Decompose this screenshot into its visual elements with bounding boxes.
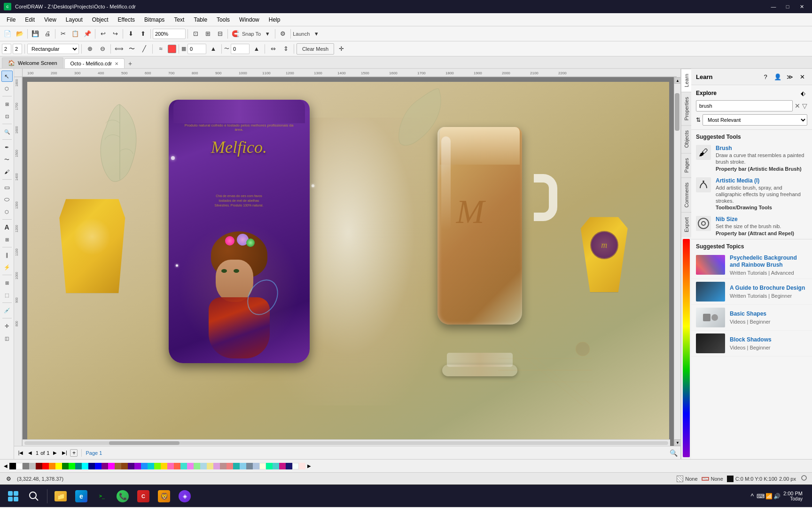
- snap-button[interactable]: 🧲: [230, 28, 241, 40]
- shadow-tool[interactable]: ◫: [1, 333, 13, 344]
- pointer-tool[interactable]: ↖: [1, 71, 13, 82]
- color-swatch-skyblue[interactable]: [240, 463, 246, 469]
- grid-x-input[interactable]: [2, 44, 11, 54]
- color-swatch-darkturquoise[interactable]: [148, 463, 154, 469]
- color-scroll-left[interactable]: ◀: [2, 462, 9, 470]
- scroll-up-btn[interactable]: ▲: [674, 77, 680, 84]
- color-swatch-saddlebrown[interactable]: [121, 463, 128, 469]
- color-swatch-hotpink[interactable]: [167, 463, 174, 469]
- connector-tool[interactable]: ⚡: [1, 262, 13, 273]
- color-swatch-seagreen[interactable]: [233, 463, 240, 469]
- mesh-extra-btn[interactable]: ✛: [336, 43, 347, 55]
- color-swatch-teal[interactable]: [75, 463, 82, 469]
- color-swatch-lightyellow[interactable]: [259, 463, 266, 469]
- topic-item-psychedelic[interactable]: Psychedelic Background and Rainbow Brush…: [691, 252, 812, 279]
- mesh-flip-h-btn[interactable]: ⇔: [267, 43, 279, 55]
- page-prev-btn[interactable]: ◀: [26, 449, 34, 457]
- volume-btn[interactable]: 🔊: [773, 493, 781, 500]
- grid-button[interactable]: ⊞: [202, 28, 213, 40]
- color-swatch-plum2[interactable]: [213, 463, 220, 469]
- search-taskbar-btn[interactable]: [24, 487, 43, 506]
- scroll-down-btn[interactable]: ▼: [674, 439, 680, 446]
- undo-button[interactable]: ↩: [97, 28, 109, 40]
- minimize-button[interactable]: —: [767, 2, 780, 11]
- color-swatch-blue[interactable]: [95, 463, 102, 469]
- tab-file[interactable]: Octo - Melifico.cdr ✕: [64, 58, 125, 68]
- color-swatch-gold[interactable]: [161, 463, 167, 469]
- color-swatch-indigo[interactable]: [128, 463, 134, 469]
- mesh-smooth-btn[interactable]: ≈: [155, 43, 166, 55]
- color-swatch-magenta[interactable]: [108, 463, 115, 469]
- panel-collapse-btn[interactable]: ≫: [785, 71, 795, 82]
- search-filter-btn[interactable]: ▽: [802, 102, 807, 110]
- horizontal-scrollbar[interactable]: [23, 439, 670, 446]
- tab-pages[interactable]: Pages: [681, 153, 691, 177]
- menu-bitmaps[interactable]: Bitmaps: [140, 15, 169, 25]
- topic-item-shapes[interactable]: Basic Shapes Videos | Beginner: [691, 305, 812, 331]
- color-swatch-gray[interactable]: [23, 463, 29, 469]
- menu-text[interactable]: Text: [169, 15, 189, 25]
- mesh-color-btn[interactable]: [168, 45, 176, 53]
- color-swatch-red[interactable]: [42, 463, 49, 469]
- color-swatch-navy[interactable]: [88, 463, 95, 469]
- edge-browser-btn[interactable]: e: [72, 487, 91, 506]
- learn-help-btn[interactable]: ?: [760, 71, 771, 82]
- color-swatch-tomato[interactable]: [174, 463, 180, 469]
- color-swatch-maroon[interactable]: [36, 463, 42, 469]
- color-swatch-orange[interactable]: [49, 463, 55, 469]
- menu-view[interactable]: View: [39, 15, 61, 25]
- snap-dropdown[interactable]: ▾: [262, 28, 273, 40]
- tool-item-artistic[interactable]: Artistic Media (I) Add artistic brush, s…: [691, 175, 812, 214]
- explore-expand-btn[interactable]: ⬖: [799, 89, 807, 97]
- color-swatch-silver[interactable]: [29, 463, 36, 469]
- search-input[interactable]: brush: [696, 100, 793, 111]
- table-tool[interactable]: ⊞: [1, 234, 13, 245]
- vertical-scrollbar[interactable]: ▲ ▼: [674, 77, 680, 446]
- mesh-curve-btn[interactable]: 〜: [126, 43, 137, 55]
- topic-item-brochure[interactable]: A Guide to Brochure Design Written Tutor…: [691, 279, 812, 305]
- clear-mesh-button[interactable]: Clear Mesh: [297, 43, 334, 55]
- page-add-btn[interactable]: +: [70, 449, 78, 457]
- tab-welcome[interactable]: 🏠 Welcome Screen: [2, 57, 63, 68]
- color-swatch-brown[interactable]: [115, 463, 121, 469]
- zoom-input[interactable]: 200%: [153, 29, 186, 39]
- panel-close-btn[interactable]: ✕: [797, 71, 807, 82]
- mesh-add-node-btn[interactable]: ⊕: [84, 43, 95, 55]
- open-button[interactable]: 📂: [14, 28, 25, 40]
- color-swatch-khaki[interactable]: [207, 463, 213, 469]
- tab-learn[interactable]: Learn: [681, 69, 691, 92]
- node-tool[interactable]: ⬡: [1, 83, 13, 94]
- sort-select[interactable]: Most Relevant: [703, 114, 807, 126]
- network-btn[interactable]: 📶: [765, 493, 773, 500]
- mesh-value2-input[interactable]: 0: [231, 44, 250, 54]
- new-button[interactable]: 📄: [2, 28, 13, 40]
- maximize-button[interactable]: □: [781, 2, 794, 11]
- color-swatch-white[interactable]: [16, 463, 23, 469]
- eyedropper-tool[interactable]: 💉: [1, 305, 13, 316]
- search-clear-btn[interactable]: ✕: [795, 102, 800, 110]
- mesh-shape-select[interactable]: Rectangular: [27, 44, 79, 54]
- taskbar-chevron-btn[interactable]: ^: [750, 492, 754, 500]
- color-swatch-slategray[interactable]: [246, 463, 253, 469]
- rect-tool[interactable]: ▭: [1, 182, 13, 193]
- color-swatch-springgreen[interactable]: [266, 463, 273, 469]
- options-button[interactable]: ⚙: [277, 28, 289, 40]
- save-button[interactable]: 💾: [30, 28, 41, 40]
- mesh-line-btn[interactable]: ╱: [139, 43, 150, 55]
- topic-item-blocks[interactable]: Block Shadows Videos | Beginner: [691, 331, 812, 357]
- artistic-media-tool[interactable]: 🖌: [1, 166, 13, 177]
- text-tool[interactable]: A: [1, 222, 13, 233]
- tab-properties[interactable]: Properties: [681, 92, 691, 125]
- view-options-button[interactable]: ⊟: [214, 28, 226, 40]
- color-swatch-mistyrose[interactable]: [299, 463, 305, 469]
- learn-panel-scroll[interactable]: Suggested Tools 🖌 Brush Draw a curve tha…: [691, 130, 812, 459]
- page-label[interactable]: Page 1: [86, 450, 102, 456]
- transform-tool[interactable]: ⊞: [1, 98, 13, 110]
- interactive-fill-tool[interactable]: ✛: [1, 320, 13, 332]
- page-last-btn[interactable]: ▶|: [61, 449, 68, 457]
- color-swatch-steelblue[interactable]: [253, 463, 259, 469]
- canvas[interactable]: Melfico. Produto natural colhido e tosta…: [23, 77, 674, 446]
- menu-edit[interactable]: Edit: [20, 15, 39, 25]
- coreldraw-taskbar-btn[interactable]: C: [134, 487, 153, 506]
- mesh-symmetry-btn[interactable]: ⟺: [113, 43, 125, 55]
